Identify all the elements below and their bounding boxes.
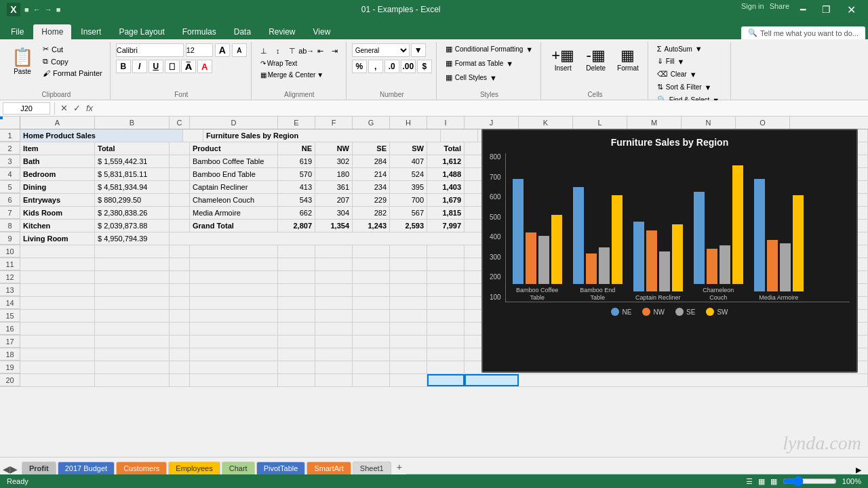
formula-insert-function-icon[interactable]: fx	[85, 103, 94, 113]
cell-F5[interactable]: 361	[315, 181, 353, 193]
cell-A14[interactable]	[20, 297, 95, 309]
row-header-14[interactable]: 14	[0, 297, 20, 309]
cell-H8[interactable]: 2,593	[390, 220, 427, 232]
cell-E18[interactable]	[278, 348, 315, 361]
row-header-1[interactable]: 1	[0, 129, 20, 142]
cell-F8[interactable]: 1,354	[315, 220, 353, 232]
cell-G8[interactable]: 1,243	[353, 220, 390, 232]
cell-G7[interactable]: 282	[353, 207, 390, 219]
cell-D13[interactable]	[190, 284, 278, 296]
cell-H4[interactable]: 524	[390, 168, 427, 180]
cell-A9[interactable]: Living Room	[20, 232, 95, 245]
row-header-3[interactable]: 3	[0, 155, 20, 167]
cell-A15[interactable]	[20, 310, 95, 322]
cell-F18[interactable]	[315, 348, 353, 361]
cell-I11[interactable]	[427, 258, 465, 270]
cell-A16[interactable]	[20, 323, 95, 335]
cell-B10[interactable]	[95, 245, 170, 258]
cell-I19[interactable]	[427, 361, 465, 373]
cell-B8[interactable]: $ 2,039,873.88	[95, 220, 170, 232]
cell-I14[interactable]	[427, 297, 465, 309]
tab-scroll-btn[interactable]: ▶	[856, 466, 861, 474]
bar-NE[interactable]	[754, 179, 765, 291]
cell-D2[interactable]: Product	[190, 142, 278, 155]
clear-button[interactable]: ⌫ Clear ▼	[654, 68, 723, 80]
cell-B19[interactable]	[95, 361, 170, 373]
view-page-break-icon[interactable]: ▦	[770, 477, 777, 486]
cell-C12[interactable]	[170, 271, 190, 283]
cell-F4[interactable]: 180	[315, 168, 353, 180]
cell-C11[interactable]	[170, 258, 190, 270]
cell-C8[interactable]	[170, 220, 190, 232]
cell-D5[interactable]: Captain Recliner	[190, 181, 278, 193]
cell-D6[interactable]: Chameleon Couch	[190, 194, 278, 206]
cell-F17[interactable]	[315, 336, 353, 348]
cell-C15[interactable]	[170, 310, 190, 322]
cell-A11[interactable]	[20, 258, 95, 270]
cell-F6[interactable]: 207	[315, 194, 353, 206]
cell-H10[interactable]	[390, 245, 427, 258]
cell-F13[interactable]	[315, 284, 353, 296]
cell-G16[interactable]	[353, 323, 390, 335]
bar-SE[interactable]	[719, 245, 730, 284]
row-header-15[interactable]: 15	[0, 310, 20, 322]
col-header-G[interactable]: G	[353, 117, 390, 129]
cell-E15[interactable]	[278, 310, 315, 322]
cell-I17[interactable]	[427, 336, 465, 348]
cell-B11[interactable]	[95, 258, 170, 270]
cell-rest-20[interactable]	[519, 374, 868, 386]
number-format-select[interactable]: General Number Currency	[352, 43, 410, 57]
formula-cancel-icon[interactable]: ✕	[59, 103, 69, 113]
cell-G19[interactable]	[353, 361, 390, 373]
cell-I5[interactable]: 1,403	[427, 181, 465, 193]
row-header-12[interactable]: 12	[0, 271, 20, 283]
indent-decrease-button[interactable]: ⇤	[314, 45, 328, 57]
col-header-A[interactable]: A	[20, 117, 95, 129]
cell-B2[interactable]: Total	[95, 142, 170, 155]
cell-G17[interactable]	[353, 336, 390, 348]
cell-B5[interactable]: $ 4,581,934.94	[95, 181, 170, 193]
cell-C18[interactable]	[170, 348, 190, 361]
cell-E1[interactable]	[441, 129, 478, 142]
cell-E20[interactable]	[278, 374, 315, 386]
number-format-dropdown[interactable]: ▼	[411, 43, 426, 57]
cell-F12[interactable]	[315, 271, 353, 283]
cell-E12[interactable]	[278, 271, 315, 283]
cell-D17[interactable]	[190, 336, 278, 348]
cell-A1[interactable]: Home Product Sales	[20, 129, 183, 142]
merge-center-button[interactable]: ▦ Merge & Center ▼	[257, 70, 328, 80]
cell-A8[interactable]: Kitchen	[20, 220, 95, 232]
restore-button[interactable]: ❐	[816, 2, 836, 18]
cell-B14[interactable]	[95, 297, 170, 309]
cell-E3[interactable]: 619	[278, 155, 315, 167]
underline-button[interactable]: U	[149, 60, 163, 73]
cell-styles-dropdown[interactable]: ▼	[490, 74, 497, 82]
col-header-I[interactable]: I	[427, 117, 465, 129]
tab-formulas[interactable]: Formulas	[174, 24, 224, 39]
row-header-17[interactable]: 17	[0, 336, 20, 348]
bar-SW[interactable]	[793, 195, 804, 291]
row-header-7[interactable]: 7	[0, 207, 20, 219]
bar-NW[interactable]	[707, 249, 717, 284]
cell-I2[interactable]: Total	[427, 142, 465, 155]
sheet-tab-profit[interactable]: Profit	[22, 462, 56, 474]
comma-button[interactable]: ,	[368, 60, 383, 73]
cell-C13[interactable]	[170, 284, 190, 296]
format-table-dropdown[interactable]: ▼	[506, 60, 513, 68]
cell-C14[interactable]	[170, 297, 190, 309]
cell-F3[interactable]: 302	[315, 155, 353, 167]
cell-B20[interactable]	[95, 374, 170, 386]
cell-E16[interactable]	[278, 323, 315, 335]
cell-E13[interactable]	[278, 284, 315, 296]
tab-home[interactable]: Home	[33, 24, 71, 39]
cell-B17[interactable]	[95, 336, 170, 348]
cell-H13[interactable]	[390, 284, 427, 296]
format-table-button[interactable]: ▦ Format as Table ▼	[442, 58, 537, 69]
sheet-tab-employees[interactable]: Employees	[168, 462, 220, 474]
col-header-M[interactable]: M	[627, 117, 682, 129]
row-header-10[interactable]: 10	[0, 245, 20, 258]
cell-A17[interactable]	[20, 336, 95, 348]
close-button[interactable]: ✕	[842, 2, 861, 18]
bar-SE[interactable]	[780, 243, 791, 291]
cell-F2[interactable]: NW	[315, 142, 353, 155]
